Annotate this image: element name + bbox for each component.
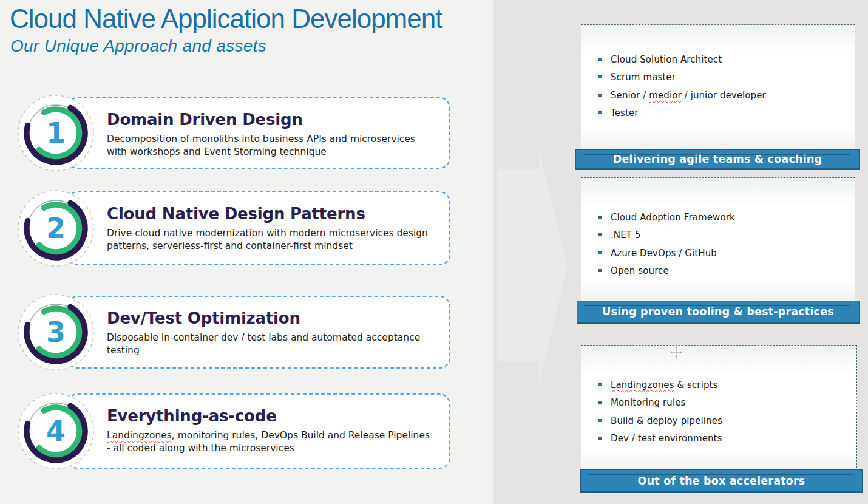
list-item: Azure DevOps / GitHub — [581, 244, 855, 262]
list-item: Open source — [581, 262, 855, 281]
step-card-cloud-native-design-patterns[interactable]: Cloud Native Design Patterns Drive cloud… — [67, 191, 450, 265]
list-item: Dev / test environments — [581, 430, 856, 448]
step-card-everything-as-code[interactable]: Everything-as-code Landingzones, monitor… — [67, 393, 450, 469]
list-item: Build & deploy pipelines — [581, 412, 856, 430]
move-cursor-icon — [670, 346, 683, 359]
list-item: Senior / medior / junior developer — [581, 86, 855, 104]
list-item: Tester — [581, 104, 855, 123]
step-number: 1 — [15, 92, 97, 174]
panel-agile-teams[interactable]: Cloud Solution Architect Scrum master Se… — [581, 24, 855, 154]
step-description: Decomposition of monoliths into business… — [107, 133, 432, 158]
panel-list: Landingzones & scripts Monitoring rules … — [581, 346, 856, 448]
misspelled-word: Landingzones — [611, 380, 674, 390]
banner-label: Using proven tooling & best-practices — [602, 305, 834, 318]
panel-proven-tooling[interactable]: Cloud Adoption Framework .NET 5 Azure De… — [581, 177, 855, 307]
bullet-square-icon — [598, 58, 602, 61]
step-card-domain-driven-design[interactable]: Domain Driven Design Decomposition of mo… — [67, 97, 450, 169]
list-item: Scrum master — [581, 69, 855, 87]
list-item: Landingzones & scripts — [581, 376, 856, 394]
banner-label: Delivering agile teams & coaching — [613, 153, 822, 165]
step-description: Drive cloud native modernization with mo… — [107, 227, 432, 252]
panel-list: Cloud Solution Architect Scrum master Se… — [581, 25, 855, 122]
page-title[interactable]: Cloud Native Application Development — [10, 4, 442, 34]
step-number: 4 — [15, 390, 97, 472]
bullet-square-icon — [598, 269, 602, 272]
banner-delivering-agile-teams[interactable]: Delivering agile teams & coaching — [575, 149, 860, 170]
list-item: Monitoring rules — [581, 394, 856, 412]
flow-arrow[interactable] — [497, 150, 568, 384]
step-title: Dev/Test Optimization — [107, 309, 443, 327]
bullet-square-icon — [598, 401, 602, 404]
step-title: Cloud Native Design Patterns — [107, 205, 443, 223]
banner-proven-tooling[interactable]: Using proven tooling & best-practices — [577, 301, 860, 324]
step-description: Disposable in-container dev / test labs … — [107, 332, 432, 356]
step-number-badge-1[interactable]: 1 — [15, 92, 97, 174]
step-number-badge-2[interactable]: 2 — [15, 188, 97, 269]
slide-canvas: Cloud Native Application Development Our… — [0, 0, 868, 504]
misspelled-word: Landingzones — [107, 430, 172, 441]
bullet-square-icon — [598, 383, 602, 386]
bullet-square-icon — [598, 111, 602, 114]
bullet-square-icon — [598, 233, 602, 236]
banner-accelerators[interactable]: Out of the box accelerators — [580, 469, 863, 493]
panel-list: Cloud Adoption Framework .NET 5 Azure De… — [581, 178, 855, 280]
bullet-square-icon — [598, 75, 602, 78]
list-item: Cloud Adoption Framework — [581, 208, 855, 226]
step-number: 3 — [15, 291, 97, 373]
misspelled-word: medior — [649, 90, 681, 101]
bullet-square-icon — [598, 419, 602, 422]
step-number-badge-3[interactable]: 3 — [15, 291, 97, 373]
bullet-square-icon — [598, 437, 602, 440]
step-title: Everything-as-code — [107, 407, 443, 425]
step-title: Domain Driven Design — [107, 111, 443, 129]
list-item: Cloud Solution Architect — [581, 50, 855, 69]
bullet-square-icon — [598, 251, 602, 254]
step-number-badge-4[interactable]: 4 — [15, 390, 97, 472]
step-description: Landingzones, monitoring rules, DevOps B… — [107, 429, 432, 454]
page-subtitle[interactable]: Our Unique Approach and assets — [10, 36, 266, 56]
step-card-dev-test-optimization[interactable]: Dev/Test Optimization Disposable in-cont… — [67, 296, 450, 369]
list-item: .NET 5 — [581, 226, 855, 245]
bullet-square-icon — [598, 216, 602, 219]
banner-label: Out of the box accelerators — [638, 475, 805, 487]
step-number: 2 — [15, 188, 97, 269]
panel-accelerators[interactable]: Landingzones & scripts Monitoring rules … — [581, 345, 857, 477]
bullet-square-icon — [598, 94, 602, 97]
